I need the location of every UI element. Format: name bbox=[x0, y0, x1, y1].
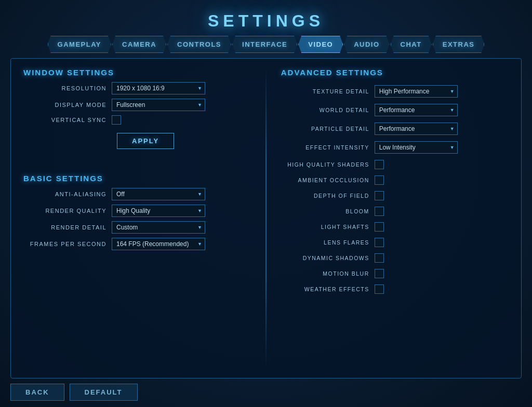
render-detail-select[interactable]: Custom bbox=[112, 221, 205, 234]
effect-intensity-select-wrapper[interactable]: Low Intensity bbox=[375, 141, 458, 154]
bottom-bar: BACK DEFAULT bbox=[10, 378, 522, 402]
lens-flares-label: LENS FLARES bbox=[281, 239, 369, 246]
resolution-row: RESOLUTION 1920 x 1080 16:9 bbox=[23, 82, 251, 94]
dynamic-shadows-checkbox[interactable] bbox=[375, 253, 384, 263]
basic-settings-title: BASIC SETTINGS bbox=[23, 174, 251, 183]
advanced-settings-title: ADVANCED SETTINGS bbox=[281, 68, 509, 77]
ambient-occlusion-checkbox[interactable] bbox=[375, 175, 384, 185]
vsync-row: VERTICAL SYNC bbox=[23, 115, 251, 125]
render-detail-row: RENDER DETAIL Custom bbox=[23, 221, 251, 234]
texture-detail-row: TEXTURE DETAIL High Performance bbox=[281, 85, 509, 98]
resolution-label: RESOLUTION bbox=[23, 85, 107, 91]
light-shafts-label: LIGHT SHAFTS bbox=[281, 224, 369, 230]
apply-button[interactable]: APPLY bbox=[117, 133, 174, 149]
world-detail-select[interactable]: Performance bbox=[375, 104, 458, 116]
effect-intensity-row: EFFECT INTENSITY Low Intensity bbox=[281, 141, 509, 154]
motion-blur-label: MOTION BLUR bbox=[281, 270, 369, 277]
depth-of-field-label: DEPTH OF FIELD bbox=[281, 193, 369, 199]
ambient-occlusion-label: AMBIENT OCCLUSION bbox=[281, 177, 369, 183]
window-settings-section: WINDOW SETTINGS RESOLUTION 1920 x 1080 1… bbox=[23, 68, 251, 153]
particle-detail-row: PARTICLE DETAIL Performance bbox=[281, 123, 509, 135]
anti-aliasing-label: ANTI-ALIASING bbox=[23, 191, 107, 197]
world-detail-label: WORLD DETAIL bbox=[281, 107, 369, 113]
vsync-checkbox[interactable] bbox=[112, 115, 121, 125]
tab-video[interactable]: VIDEO bbox=[298, 36, 343, 53]
tab-controls[interactable]: CONTROLS bbox=[167, 36, 231, 53]
render-detail-select-wrapper[interactable]: Custom bbox=[112, 221, 205, 234]
weather-effects-row: WEATHER EFFECTS bbox=[281, 284, 509, 294]
motion-blur-checkbox[interactable] bbox=[375, 269, 384, 278]
anti-aliasing-select[interactable]: Off bbox=[112, 188, 205, 200]
depth-of-field-checkbox[interactable] bbox=[375, 191, 384, 200]
motion-blur-row: MOTION BLUR bbox=[281, 269, 509, 278]
tab-gameplay[interactable]: GAMEPLAY bbox=[48, 36, 111, 53]
display-mode-row: DISPLAY MODE Fullscreen bbox=[23, 99, 251, 111]
light-shafts-row: LIGHT SHAFTS bbox=[281, 222, 509, 232]
particle-detail-select-wrapper[interactable]: Performance bbox=[375, 123, 458, 135]
tab-interface[interactable]: INTERFACE bbox=[232, 36, 297, 53]
dynamic-shadows-row: DYNAMIC SHADOWS bbox=[281, 253, 509, 263]
tab-audio[interactable]: AUDIO bbox=[344, 36, 389, 53]
effect-intensity-select[interactable]: Low Intensity bbox=[375, 141, 458, 154]
right-panel: ADVANCED SETTINGS TEXTURE DETAIL High Pe… bbox=[281, 68, 509, 369]
depth-of-field-row: DEPTH OF FIELD bbox=[281, 191, 509, 200]
display-mode-label: DISPLAY MODE bbox=[23, 102, 107, 108]
resolution-select-wrapper[interactable]: 1920 x 1080 16:9 bbox=[112, 82, 205, 94]
bloom-row: BLOOM bbox=[281, 207, 509, 216]
basic-settings-section: BASIC SETTINGS ANTI-ALIASING Off RENDER … bbox=[23, 174, 251, 254]
tab-chat[interactable]: CHAT bbox=[391, 36, 432, 53]
fps-row: FRAMES PER SECOND 164 FPS (Recommended) bbox=[23, 238, 251, 250]
hq-shaders-checkbox[interactable] bbox=[375, 160, 384, 169]
texture-detail-select[interactable]: High Performance bbox=[375, 85, 458, 98]
back-button[interactable]: BACK bbox=[10, 384, 64, 401]
bloom-label: BLOOM bbox=[281, 208, 369, 214]
fps-select[interactable]: 164 FPS (Recommended) bbox=[112, 238, 205, 250]
vsync-label: VERTICAL SYNC bbox=[23, 117, 107, 123]
render-quality-select-wrapper[interactable]: High Quality bbox=[112, 205, 205, 217]
left-panel: WINDOW SETTINGS RESOLUTION 1920 x 1080 1… bbox=[23, 68, 251, 369]
world-detail-select-wrapper[interactable]: Performance bbox=[375, 104, 458, 116]
ambient-occlusion-row: AMBIENT OCCLUSION bbox=[281, 175, 509, 185]
texture-detail-select-wrapper[interactable]: High Performance bbox=[375, 85, 458, 98]
render-quality-select[interactable]: High Quality bbox=[112, 205, 205, 217]
bloom-checkbox[interactable] bbox=[375, 207, 384, 216]
display-mode-select[interactable]: Fullscreen bbox=[112, 99, 205, 111]
render-quality-row: RENDER QUALITY High Quality bbox=[23, 205, 251, 217]
anti-aliasing-select-wrapper[interactable]: Off bbox=[112, 188, 205, 200]
render-detail-label: RENDER DETAIL bbox=[23, 224, 107, 230]
dynamic-shadows-label: DYNAMIC SHADOWS bbox=[281, 255, 369, 261]
fps-label: FRAMES PER SECOND bbox=[23, 241, 107, 247]
tab-camera[interactable]: CAMERA bbox=[112, 36, 166, 53]
display-mode-select-wrapper[interactable]: Fullscreen bbox=[112, 99, 205, 111]
apply-row: APPLY bbox=[23, 129, 251, 149]
lens-flares-checkbox[interactable] bbox=[375, 238, 384, 247]
texture-detail-label: TEXTURE DETAIL bbox=[281, 88, 369, 94]
content-area: WINDOW SETTINGS RESOLUTION 1920 x 1080 1… bbox=[10, 58, 522, 378]
fps-select-wrapper[interactable]: 164 FPS (Recommended) bbox=[112, 238, 205, 250]
particle-detail-label: PARTICLE DETAIL bbox=[281, 126, 369, 132]
hq-shaders-label: HIGH QUALITY SHADERS bbox=[281, 161, 369, 168]
panel-divider bbox=[265, 68, 267, 369]
weather-effects-label: WEATHER EFFECTS bbox=[281, 286, 369, 292]
weather-effects-checkbox[interactable] bbox=[375, 284, 384, 294]
tabs-bar: GAMEPLAY CAMERA CONTROLS INTERFACE VIDEO… bbox=[10, 36, 522, 53]
default-button[interactable]: DEFAULT bbox=[70, 384, 138, 401]
window-settings-title: WINDOW SETTINGS bbox=[23, 68, 251, 77]
world-detail-row: WORLD DETAIL Performance bbox=[281, 104, 509, 116]
lens-flares-row: LENS FLARES bbox=[281, 238, 509, 247]
effect-intensity-label: EFFECT INTENSITY bbox=[281, 144, 369, 151]
tab-extras[interactable]: EXTRAS bbox=[433, 36, 485, 53]
anti-aliasing-row: ANTI-ALIASING Off bbox=[23, 188, 251, 200]
hq-shaders-row: HIGH QUALITY SHADERS bbox=[281, 160, 509, 169]
light-shafts-checkbox[interactable] bbox=[375, 222, 384, 232]
page-title: SETTINGS bbox=[10, 5, 522, 36]
render-quality-label: RENDER QUALITY bbox=[23, 208, 107, 214]
resolution-select[interactable]: 1920 x 1080 16:9 bbox=[112, 82, 205, 94]
particle-detail-select[interactable]: Performance bbox=[375, 123, 458, 135]
